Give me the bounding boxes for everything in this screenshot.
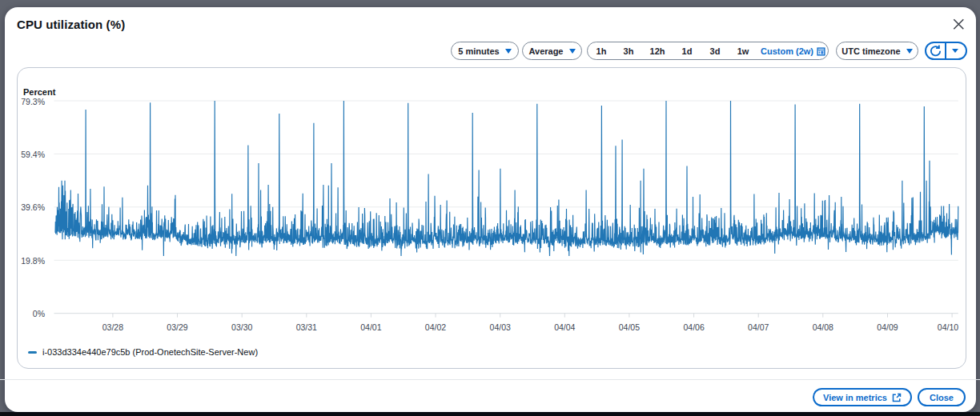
- svg-text:04/02: 04/02: [425, 322, 446, 332]
- svg-text:0%: 0%: [33, 309, 45, 318]
- svg-text:Percent: Percent: [23, 87, 56, 97]
- svg-text:04/04: 04/04: [554, 322, 575, 332]
- svg-text:04/07: 04/07: [748, 322, 769, 332]
- svg-text:04/06: 04/06: [683, 322, 704, 332]
- svg-text:39.6%: 39.6%: [21, 202, 45, 212]
- svg-text:04/09: 04/09: [877, 322, 898, 332]
- svg-text:03/28: 03/28: [102, 322, 123, 332]
- svg-text:59.4%: 59.4%: [21, 150, 45, 159]
- svg-text:04/03: 04/03: [490, 322, 511, 332]
- svg-text:03/29: 03/29: [167, 322, 187, 332]
- svg-text:19.8%: 19.8%: [21, 256, 45, 266]
- svg-text:i-033d334e440e79c5b (Prod-Onet: i-033d334e440e79c5b (Prod-OnetechSite-Se…: [42, 347, 258, 357]
- svg-text:04/10: 04/10: [938, 322, 958, 332]
- svg-text:04/08: 04/08: [813, 322, 833, 332]
- svg-text:03/31: 03/31: [296, 322, 317, 332]
- svg-text:79.3%: 79.3%: [21, 97, 45, 106]
- svg-text:04/05: 04/05: [619, 322, 640, 332]
- svg-text:03/30: 03/30: [231, 322, 252, 332]
- svg-text:04/01: 04/01: [360, 322, 381, 332]
